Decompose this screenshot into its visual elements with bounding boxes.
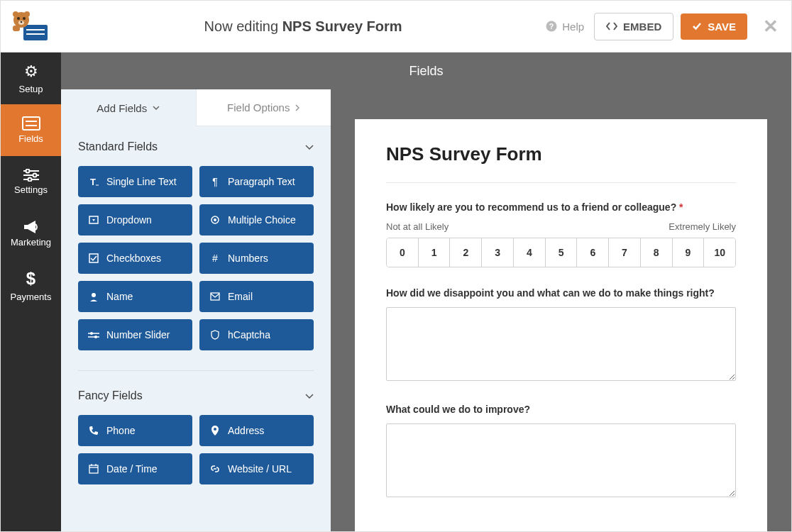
sliders-icon xyxy=(23,169,39,182)
sidebar-item-fields[interactable]: Fields xyxy=(1,104,61,156)
svg-rect-28 xyxy=(89,254,98,262)
svg-point-29 xyxy=(92,293,96,297)
svg-rect-14 xyxy=(23,117,40,130)
sidebar-item-setup[interactable]: ⚙ Setup xyxy=(1,52,61,104)
chevron-down-icon xyxy=(305,394,314,399)
help-icon: ? xyxy=(545,20,558,33)
field-button-name[interactable]: Name xyxy=(78,281,192,312)
scale-endpoints: Not at all Likely Extremely Likely xyxy=(386,221,736,232)
mail-icon xyxy=(209,292,221,301)
question-label: What could we do to improve? xyxy=(386,404,736,415)
scale-option-7[interactable]: 7 xyxy=(609,238,641,267)
chevron-down-icon xyxy=(153,106,160,110)
sidebar-item-label: Fields xyxy=(18,133,43,144)
preview-area: NPS Survey Form How likely are you to re… xyxy=(331,89,791,531)
field-button-hcaptcha[interactable]: hCaptcha xyxy=(199,319,314,350)
shield-icon xyxy=(209,330,221,340)
field-button-label: Phone xyxy=(106,425,135,436)
question-label: How did we disappoint you and what can w… xyxy=(386,287,736,299)
field-button-paragraph-text[interactable]: ¶Paragraph Text xyxy=(199,166,314,197)
field-button-multiple-choice[interactable]: Multiple Choice xyxy=(199,204,314,235)
nps-scale: 012345678910 xyxy=(386,238,736,267)
main-sidebar: ⚙ Setup Fields Settings Marketing xyxy=(1,52,61,531)
sidebar-item-label: Marketing xyxy=(11,237,51,248)
sidebar-item-settings[interactable]: Settings xyxy=(1,156,61,208)
sidebar-item-label: Setup xyxy=(19,84,43,94)
field-button-label: hCaptcha xyxy=(228,329,270,340)
scale-option-4[interactable]: 4 xyxy=(514,238,546,267)
field-button-label: Name xyxy=(106,291,133,302)
sidebar-item-payments[interactable]: $ Payments xyxy=(1,260,61,311)
svg-point-20 xyxy=(33,174,36,177)
text-icon: T xyxy=(88,177,99,187)
svg-point-32 xyxy=(90,332,93,335)
svg-point-9 xyxy=(13,11,18,17)
svg-point-8 xyxy=(20,21,22,23)
field-button-label: Address xyxy=(228,425,264,436)
check-icon xyxy=(692,21,702,31)
svg-rect-11 xyxy=(13,26,20,31)
sidebar-item-label: Settings xyxy=(14,184,48,195)
field-button-label: Number Slider xyxy=(106,329,170,340)
svg-point-22 xyxy=(28,178,31,182)
scale-option-8[interactable]: 8 xyxy=(641,238,673,267)
sidebar-item-label: Payments xyxy=(11,292,52,302)
svg-point-34 xyxy=(94,336,97,338)
field-button-address[interactable]: Address xyxy=(199,415,314,446)
field-button-website-url[interactable]: Website / URL xyxy=(199,453,314,484)
checkbox-icon xyxy=(88,253,99,263)
embed-button[interactable]: EMBED xyxy=(594,13,673,40)
divider xyxy=(78,370,314,371)
field-button-number-slider[interactable]: Number Slider xyxy=(78,319,192,350)
field-button-label: Paragraph Text xyxy=(228,176,295,187)
phone-icon xyxy=(88,426,99,436)
scale-option-5[interactable]: 5 xyxy=(546,238,578,267)
tab-add-fields[interactable]: Add Fields xyxy=(61,89,196,126)
field-button-single-line-text[interactable]: TSingle Line Text xyxy=(78,166,192,197)
slider-icon xyxy=(88,331,99,338)
svg-point-5 xyxy=(17,17,20,20)
gear-icon: ⚙ xyxy=(24,62,38,81)
field-button-email[interactable]: Email xyxy=(199,281,314,312)
group-header-standard[interactable]: Standard Fields xyxy=(78,140,314,153)
help-link[interactable]: ? Help xyxy=(545,20,584,33)
scale-option-10[interactable]: 10 xyxy=(704,238,735,267)
field-button-label: Multiple Choice xyxy=(228,214,296,226)
field-button-dropdown[interactable]: Dropdown xyxy=(78,204,192,235)
tab-field-options[interactable]: Field Options xyxy=(196,89,331,126)
calendar-icon xyxy=(88,464,99,474)
svg-rect-0 xyxy=(23,24,48,41)
chevron-down-icon xyxy=(305,145,314,150)
editing-label: Now editing NPS Survey Form xyxy=(61,18,545,35)
form-preview[interactable]: NPS Survey Form How likely are you to re… xyxy=(355,119,767,531)
fields-panel: Add Fields Field Options Standard Fields xyxy=(61,89,331,531)
close-button[interactable]: ✕ xyxy=(763,16,779,38)
scale-option-9[interactable]: 9 xyxy=(673,238,705,267)
feedback-textarea-1[interactable] xyxy=(386,307,736,381)
scale-option-3[interactable]: 3 xyxy=(482,238,514,267)
scale-option-1[interactable]: 1 xyxy=(419,238,451,267)
scale-option-6[interactable]: 6 xyxy=(577,238,609,267)
scale-option-2[interactable]: 2 xyxy=(450,238,482,267)
form-icon xyxy=(22,116,40,131)
sidebar-item-marketing[interactable]: Marketing xyxy=(1,208,61,260)
group-header-fancy[interactable]: Fancy Fields xyxy=(78,389,314,402)
form-title: NPS Survey Form xyxy=(386,143,736,165)
paragraph-icon: ¶ xyxy=(209,176,221,187)
field-button-label: Dropdown xyxy=(106,214,152,226)
bullhorn-icon xyxy=(23,220,40,234)
section-title: Fields xyxy=(61,52,791,89)
field-button-phone[interactable]: Phone xyxy=(78,415,192,446)
chevron-right-icon xyxy=(295,104,299,111)
field-button-numbers[interactable]: #Numbers xyxy=(199,243,314,274)
save-button[interactable]: SAVE xyxy=(681,13,747,40)
field-button-label: Email xyxy=(228,291,253,302)
field-button-date-time[interactable]: Date / Time xyxy=(78,453,192,484)
scale-option-0[interactable]: 0 xyxy=(387,238,419,267)
divider xyxy=(386,182,736,183)
svg-rect-36 xyxy=(89,465,98,473)
field-button-checkboxes[interactable]: Checkboxes xyxy=(78,243,192,274)
feedback-textarea-2[interactable] xyxy=(386,423,736,497)
field-button-label: Checkboxes xyxy=(106,253,161,264)
hash-icon: # xyxy=(209,253,221,264)
